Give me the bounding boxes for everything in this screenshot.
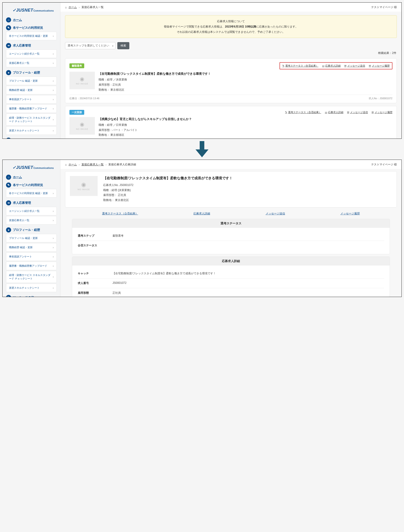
tab-detail[interactable]: 応募求人詳細	[193, 212, 210, 215]
kv-key: 雇用形態	[78, 291, 112, 295]
notice-line1c: に応募があったものに限ります。	[256, 25, 298, 28]
chevron-right-icon: ›	[53, 89, 54, 92]
detail-header-card: ◉ NO IMAGE 【在宅勤務制度/フレックスタイム制度有】柔軟な働き方で成長…	[65, 171, 397, 208]
notice-line2: それ以前の応募求人情報は本システムでは閲覧できませんので、予めご了承ください。	[70, 29, 392, 35]
search-button[interactable]: 検索	[117, 42, 129, 49]
breadcrumb-home[interactable]: ホーム	[69, 163, 77, 166]
link-status[interactable]: ✎選考ステータス（合否結果）	[282, 64, 318, 68]
nav-item[interactable]: プロフィール 確認・更新›	[6, 76, 57, 85]
nav-item[interactable]: 各サービスの利用状況 確認・更新›	[6, 189, 57, 197]
job-no: 求人No：JS0001072	[369, 97, 392, 100]
link-detail[interactable]: ▭応募求人詳細	[322, 64, 341, 68]
tab-history[interactable]: メッセージ履歴	[340, 212, 360, 215]
mail-icon: ✉	[369, 64, 371, 67]
chevron-right-icon: ›	[53, 107, 54, 110]
camera-icon: ◉	[81, 181, 86, 188]
arrow-down	[0, 141, 404, 157]
nav-section-head: ✎各サービスの利用状況	[6, 183, 57, 188]
nav-item[interactable]: 履歴書・職務経歴書アップロード›	[6, 262, 57, 270]
noimage-label: NO IMAGE	[77, 188, 90, 190]
nav-item[interactable]: 経理・財務サービス スキルスタンダード チェックシート›	[6, 114, 57, 126]
card-meta: 職種：経理 ／決算業務雇用形態：正社員勤務地： 東京都北区	[99, 77, 392, 92]
detail-section: 応募求人詳細 キャッチ【在宅勤務制度/フレックスタイム制度有】柔軟な働き方で成長…	[72, 257, 390, 297]
chevron-right-icon: ›	[53, 129, 54, 132]
mail-icon: ✉	[344, 64, 346, 67]
nav-item[interactable]: 派遣スキルチェックシート›	[6, 126, 57, 135]
kv-key: 求人番号	[78, 281, 112, 285]
card-title: 【在宅勤務制度/フレックスタイム制度有】柔軟な働き方で成長ができる環境です！	[99, 72, 392, 76]
nav-item[interactable]: 職務経歴 確認・更新›	[6, 86, 57, 94]
chevron-right-icon: ›	[53, 255, 54, 258]
tab-links: 選考ステータス（合否結果） 応募求人詳細 メッセージ送信 メッセージ履歴	[74, 212, 388, 215]
nav-item[interactable]: 派遣スキルチェックシート›	[6, 284, 57, 292]
status-section: 選考ステータス 選考ステップ書類選考合否ステータス	[72, 219, 390, 254]
nav-item[interactable]: エージェント紹介求人一覧›	[6, 50, 57, 58]
link-send[interactable]: ✉メッセージ送信	[344, 64, 365, 68]
detail-icon: ▭	[325, 111, 327, 114]
nav-item[interactable]: 職務経歴 確認・更新›	[6, 243, 57, 252]
breadcrumb-home[interactable]: ホーム	[69, 5, 77, 9]
detail-loc-label: 勤務地：	[103, 198, 114, 202]
nav-item[interactable]: 各サービスの利用状況 確認・更新›	[6, 32, 57, 40]
home-icon: ⌂	[65, 163, 67, 166]
section-icon: ✎	[6, 295, 11, 297]
breadcrumb-current: 直接応募求人一覧	[81, 5, 104, 9]
nav-item[interactable]: 事前面談アンケート›	[6, 95, 57, 104]
breadcrumb-list[interactable]: 直接応募求人一覧	[81, 163, 104, 166]
nav-item[interactable]: エージェント紹介求人一覧›	[6, 207, 57, 215]
detail-content: ◉ NO IMAGE 【在宅勤務制度/フレックスタイム制度有】柔軟な働き方で成長…	[60, 169, 401, 297]
chevron-right-icon: ›	[53, 237, 54, 240]
nav-section-head: ●プロフィール・経歴	[6, 227, 57, 233]
link-history[interactable]: ✉メッセージ履歴	[369, 64, 390, 68]
nav-item[interactable]: 履歴書・職務経歴書アップロード›	[6, 104, 57, 113]
kv-val: JS0001072	[112, 281, 384, 285]
section-icon: ➜	[6, 200, 11, 205]
nav-item[interactable]: 事前面談アンケート›	[6, 252, 57, 261]
nav-item[interactable]: 直接応募求人一覧›	[6, 216, 57, 225]
section-icon: ●	[6, 227, 11, 233]
detail-jobtype-label: 職種：	[103, 189, 112, 192]
section-title: 応募求人詳細	[72, 257, 390, 266]
kv-val: 正社員	[112, 291, 384, 295]
chevron-right-icon: ›	[53, 52, 54, 56]
noimage-placeholder: ◉NO IMAGE	[69, 117, 95, 135]
sidebar: ✓JUSNETCommunications⌂ホーム✎各サービスの利用状況各サービ…	[3, 3, 60, 139]
mail-icon: ✉	[347, 111, 349, 114]
link-history[interactable]: ✉メッセージ履歴	[372, 111, 392, 114]
detail-emp: 正社員	[117, 193, 126, 196]
detail-meta: 応募求人No. JS0001072 職種：経理 (決算業務) 雇用形態： 正社員…	[103, 183, 232, 203]
notice-box: 応募求人情報について 登録者マイページで閲覧できる応募求人情報は、2023年6月…	[65, 15, 397, 38]
sidebar: ✓JUSNETCommunications⌂ホーム✎各サービスの利用状況各サービ…	[3, 160, 60, 297]
noimage-placeholder: ◉NO IMAGE	[69, 72, 95, 89]
kv-key: 合否ステータス	[78, 244, 112, 247]
card-links: ✎選考ステータス（合否結果）▭応募求人詳細✉メッセージ送信✉メッセージ履歴	[280, 62, 392, 70]
tab-send[interactable]: メッセージ送信	[266, 212, 285, 215]
link-send[interactable]: ✉メッセージ送信	[347, 111, 368, 114]
chevron-right-icon: ›	[53, 79, 54, 82]
chevron-right-icon: ›	[53, 246, 54, 249]
detail-icon: ▭	[322, 64, 324, 67]
link-status[interactable]: ✎選考ステータス（合否結果）	[285, 111, 321, 114]
section-icon: ✎	[6, 138, 11, 139]
kv-row: 求人番号JS0001072	[78, 279, 384, 288]
notice-title: 応募求人情報について	[70, 19, 392, 24]
step-select[interactable]: 選考ステップを選択してください ▾	[65, 42, 115, 49]
link-detail[interactable]: ▭応募求人詳細	[325, 111, 343, 114]
chevron-right-icon: ›	[53, 34, 54, 38]
chevron-right-icon: ›	[53, 192, 54, 195]
tab-status[interactable]: 選考ステータス（合否結果）	[102, 212, 138, 215]
nav-home[interactable]: ⌂ホーム	[6, 17, 57, 22]
nav-home[interactable]: ⌂ホーム	[6, 175, 57, 180]
chevron-down-icon: ▾	[112, 44, 113, 47]
kv-key: キャッチ	[78, 272, 112, 275]
section-icon: ➜	[6, 43, 11, 48]
camera-icon: ◉	[80, 121, 84, 127]
nav-item[interactable]: 経理・財務サービス スキルスタンダード チェックシート›	[6, 271, 57, 283]
breadcrumb: ⌂ ホーム › 直接応募求人一覧 › 直接応募求人応募詳細	[65, 163, 136, 166]
breadcrumb-sep: ›	[79, 6, 80, 9]
chevron-right-icon: ›	[53, 264, 54, 268]
notice-line1a: 登録者マイページで閲覧できる応募求人情報は、	[164, 25, 225, 28]
nav-item[interactable]: 直接応募求人一覧›	[6, 59, 57, 67]
nav-item[interactable]: プロフィール 確認・更新›	[6, 234, 57, 242]
edit-icon: ✎	[285, 111, 287, 114]
